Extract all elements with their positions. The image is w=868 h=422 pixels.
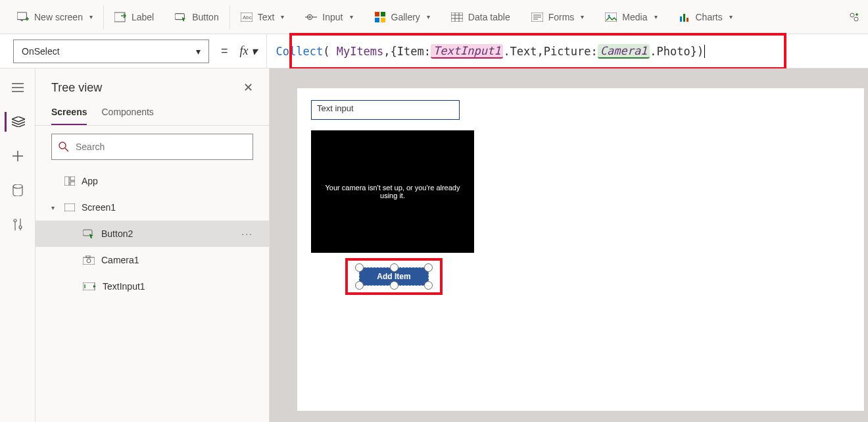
left-rail (0, 68, 36, 422)
media-icon (605, 11, 617, 23)
formula-input[interactable]: Collect( MyItems, { Item: TextInput1.Tex… (267, 34, 868, 68)
label-button[interactable]: Label (104, 0, 164, 34)
forms-label: Forms (548, 12, 575, 22)
main-area: Tree view ✕ Screens Components App ▾ Scr… (0, 68, 868, 422)
tree-item-screen[interactable]: ▾ Screen1 (36, 194, 269, 221)
gallery-button[interactable]: Gallery ▾ (364, 0, 441, 34)
svg-rect-50 (64, 176, 69, 186)
plus-icon (12, 151, 23, 161)
svg-rect-18 (381, 18, 385, 22)
chevron-down-icon: ▾ (654, 13, 658, 20)
tree-item-button[interactable]: Button2 ··· (36, 221, 269, 247)
data-table-button[interactable]: Data table (441, 0, 521, 34)
tree-item-label: App (82, 176, 98, 186)
camera-icon (83, 255, 95, 265)
new-screen-label: New screen (34, 12, 83, 22)
svg-point-33 (850, 13, 854, 17)
button-button[interactable]: Button (164, 0, 229, 34)
database-icon (12, 184, 23, 196)
search-icon (59, 142, 69, 152)
svg-point-29 (608, 14, 610, 16)
resize-handle[interactable] (424, 263, 433, 272)
formula-token-reference: Camera1 (598, 44, 650, 59)
chevron-down-icon: ▾ (196, 46, 201, 57)
tree-item-app[interactable]: App (36, 168, 269, 194)
svg-rect-16 (381, 12, 385, 16)
charts-button[interactable]: Charts ▾ (668, 0, 743, 34)
rail-hamburger[interactable] (5, 78, 31, 97)
label-icon (114, 11, 126, 23)
tree-item-label: Camera1 (101, 255, 139, 265)
text-label: Text (258, 12, 275, 22)
canvas-text-input[interactable]: Text input (311, 100, 460, 120)
button-icon (83, 229, 95, 238)
rail-tree-view[interactable] (5, 112, 31, 132)
svg-rect-31 (683, 14, 685, 22)
forms-button[interactable]: Forms ▾ (521, 0, 595, 34)
tab-screens[interactable]: Screens (51, 103, 87, 125)
svg-rect-0 (17, 12, 26, 19)
svg-point-34 (854, 17, 858, 21)
new-screen-button[interactable]: New screen ▾ (7, 0, 103, 34)
tree-item-label: Screen1 (82, 202, 116, 213)
search-input[interactable] (76, 142, 246, 152)
property-value: OnSelect (22, 46, 60, 57)
input-button[interactable]: Input ▾ (295, 0, 363, 34)
text-button[interactable]: Abc Text ▾ (230, 0, 295, 34)
add-component-button[interactable] (850, 13, 861, 22)
property-dropdown[interactable]: OnSelect ▾ (13, 40, 209, 63)
svg-point-48 (59, 142, 66, 149)
formula-token-reference: TextInput1 (431, 44, 503, 59)
canvas-screen[interactable]: Text input Your camera isn't set up, or … (297, 88, 864, 411)
tree-list: App ▾ Screen1 Button2 ··· Camera1 (36, 168, 269, 422)
svg-point-42 (13, 184, 22, 188)
svg-rect-56 (86, 255, 90, 257)
formula-bar: OnSelect ▾ = fx ▾ Collect( MyItems, { It… (0, 34, 868, 68)
text-cursor (704, 45, 705, 58)
tree-item-camera[interactable]: Camera1 (36, 247, 269, 273)
rail-insert[interactable] (5, 146, 31, 166)
fx-button[interactable]: fx ▾ (240, 34, 267, 68)
formula-token-function: Collect (276, 45, 324, 58)
tree-item-label: TextInput1 (103, 281, 145, 292)
resize-handle[interactable] (355, 281, 364, 290)
resize-handle[interactable] (355, 263, 364, 272)
text-input-icon (83, 282, 96, 290)
input-label: Input (322, 12, 343, 22)
more-icon[interactable]: ··· (241, 228, 253, 239)
chevron-down-icon: ▾ (51, 204, 58, 211)
charts-icon (679, 11, 690, 23)
button-icon (175, 11, 187, 23)
svg-rect-5 (114, 13, 125, 22)
input-icon (305, 11, 317, 23)
tab-components[interactable]: Components (101, 103, 153, 125)
rail-data[interactable] (5, 180, 31, 200)
chevron-down-icon: ▾ (281, 13, 284, 20)
canvas-area[interactable]: Text input Your camera isn't set up, or … (270, 68, 868, 422)
tree-item-textinput[interactable]: TextInput1 (36, 273, 269, 300)
chevron-down-icon: ▾ (729, 13, 733, 20)
svg-point-45 (19, 226, 22, 228)
tree-view-header: Tree view ✕ (36, 80, 269, 103)
svg-line-49 (65, 148, 68, 151)
media-button[interactable]: Media ▾ (594, 0, 667, 34)
button-label: Button (192, 12, 218, 22)
tree-search[interactable] (51, 134, 253, 160)
media-label: Media (622, 12, 647, 22)
svg-rect-30 (680, 16, 682, 22)
resize-handle[interactable] (390, 263, 398, 272)
canvas-add-item-button[interactable]: Add Item (359, 267, 429, 286)
canvas-camera[interactable]: Your camera isn't set up, or you're alre… (311, 130, 474, 253)
svg-point-43 (14, 219, 16, 222)
close-icon[interactable]: ✕ (243, 80, 253, 95)
svg-rect-32 (687, 18, 688, 22)
chevron-down-icon: ▾ (427, 13, 430, 20)
svg-text:Abc: Abc (243, 14, 252, 20)
rail-tools[interactable] (5, 215, 31, 234)
resize-handle[interactable] (424, 281, 433, 290)
charts-label: Charts (696, 12, 723, 22)
tree-view-panel: Tree view ✕ Screens Components App ▾ Scr… (36, 68, 270, 422)
svg-rect-17 (375, 18, 379, 22)
resize-handle[interactable] (390, 281, 398, 290)
data-table-icon (451, 11, 463, 23)
